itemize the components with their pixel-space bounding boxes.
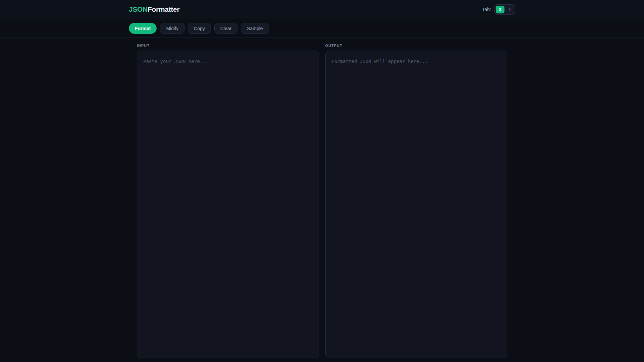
- clear-button[interactable]: Clear: [214, 23, 237, 34]
- tab-size-option-2[interactable]: 2: [496, 6, 504, 13]
- minify-button[interactable]: Minify: [160, 23, 184, 34]
- json-output-area[interactable]: [325, 51, 507, 358]
- json-input-textarea[interactable]: [137, 51, 319, 358]
- tab-size-toggle-group: 2 4: [494, 4, 515, 15]
- output-section: OUTPUT: [325, 44, 507, 358]
- main-content: INPUT OUTPUT: [0, 44, 644, 358]
- app-header: JSONFormatter Tab: 2 4: [0, 0, 644, 19]
- format-button[interactable]: Format: [129, 23, 157, 34]
- tab-size-control: Tab: 2 4: [482, 4, 515, 15]
- output-panel-title: OUTPUT: [325, 44, 507, 48]
- copy-button[interactable]: Copy: [188, 23, 211, 34]
- input-panel-title: INPUT: [137, 44, 319, 48]
- logo-accent-text: JSON: [129, 5, 148, 13]
- tab-size-option-4[interactable]: 4: [505, 6, 514, 13]
- logo-rest-text: Formatter: [148, 5, 179, 13]
- toolbar: Format Minify Copy Clear Sample: [0, 19, 644, 38]
- app-logo: JSONFormatter: [129, 5, 179, 13]
- tab-size-label: Tab:: [482, 7, 491, 12]
- sample-button[interactable]: Sample: [241, 23, 269, 34]
- input-section: INPUT: [137, 44, 319, 358]
